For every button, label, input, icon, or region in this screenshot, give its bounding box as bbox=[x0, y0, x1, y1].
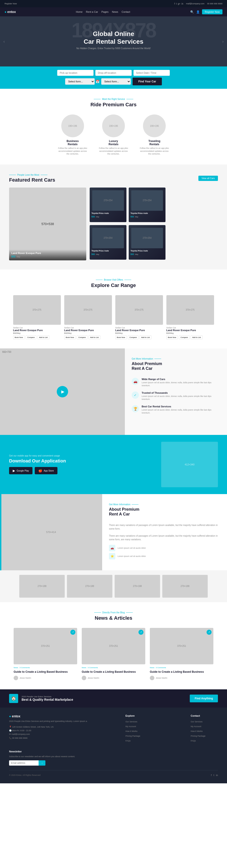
featured-header: People Love the Most Featured Rent Cars … bbox=[9, 174, 218, 183]
featured-card: 270×254 Toyota Prius Auto $32 /day bbox=[129, 188, 165, 222]
range-actions-1: Book Now Compare Add to List bbox=[13, 336, 61, 339]
hero-title: Global OnlineCar Rental Services bbox=[5, 30, 223, 45]
nav-user-icon[interactable]: 👤 bbox=[196, 10, 200, 14]
footer-email-link[interactable]: mail@company.com bbox=[11, 733, 30, 735]
topbar-social: f t g+ in bbox=[174, 2, 183, 5]
thumbnail-2: 270×188 bbox=[67, 575, 112, 598]
footer-linkedin-icon[interactable]: in bbox=[216, 774, 218, 776]
footer: ● entox 2020 People Use Entox Services a… bbox=[0, 708, 227, 783]
compare-button[interactable]: Compare bbox=[179, 336, 190, 339]
news-tags-2: News 3 Comments bbox=[82, 666, 145, 669]
register-button[interactable]: Register Now bbox=[202, 9, 223, 14]
featured-label-line: People Love the Most bbox=[17, 174, 39, 176]
view-all-button[interactable]: View all Cars bbox=[198, 176, 218, 181]
featured-main-car: 570×538 Land Rover Evoque Pure $32 /day bbox=[9, 188, 86, 260]
compare-button[interactable]: Compare bbox=[26, 336, 36, 339]
car-type-select[interactable]: Select form... bbox=[65, 78, 94, 85]
car-price-1: $32/day bbox=[13, 332, 61, 334]
book-now-button[interactable]: Book Now bbox=[166, 336, 178, 339]
book-now-button[interactable]: Book Now bbox=[115, 336, 127, 339]
footer-contact-title: Contact bbox=[191, 714, 218, 717]
featured-card-per-4: /day bbox=[135, 253, 138, 255]
dropoff-input[interactable] bbox=[96, 70, 132, 76]
twitter-icon[interactable]: t bbox=[176, 2, 177, 5]
featured-main-img-label: 570×538 bbox=[42, 222, 54, 226]
nav-pages[interactable]: Pages bbox=[102, 10, 109, 13]
explore-link-3[interactable]: How it Works bbox=[125, 730, 138, 732]
contact-link-4[interactable]: Pricing Package bbox=[191, 735, 205, 737]
contact-link-2[interactable]: My Account bbox=[191, 725, 201, 727]
google-play-button[interactable]: ▶ Google Play bbox=[9, 467, 33, 474]
contact-link-1[interactable]: Our Services bbox=[191, 720, 202, 723]
footer-facebook-icon[interactable]: f bbox=[211, 774, 212, 776]
list-item: Our Services bbox=[125, 719, 153, 723]
nav-search-icon[interactable]: 🔍 bbox=[190, 10, 194, 14]
news-card-3: 370×251 ↗ News 3 Comments Guide to Creat… bbox=[150, 628, 213, 680]
nav-news[interactable]: News bbox=[112, 10, 118, 13]
footer-twitter-icon[interactable]: t bbox=[213, 774, 214, 776]
compare-button[interactable]: Compare bbox=[77, 336, 87, 339]
footer-bottom: © 2020 Entox. All Rights Reserved f t in bbox=[9, 770, 218, 776]
app-store-button[interactable]: 🍎 App Store bbox=[35, 467, 57, 474]
explore-link-4[interactable]: Pricing Package bbox=[125, 735, 140, 737]
footer-newsletter-title: Newsletter bbox=[9, 750, 75, 753]
nav-home[interactable]: Home bbox=[76, 10, 82, 13]
topbar-email: mail@company.com bbox=[186, 2, 204, 5]
featured-label: People Love the Most bbox=[9, 174, 55, 176]
news-img-label-3: 370×251 bbox=[177, 645, 186, 647]
facebook-icon[interactable]: f bbox=[174, 2, 175, 5]
datetime-input[interactable] bbox=[134, 70, 170, 76]
car-type-2: Sedan Car bbox=[64, 327, 112, 329]
add-list-button[interactable]: Add to List bbox=[37, 336, 49, 339]
topbar-register-link[interactable]: Register Now bbox=[5, 2, 17, 5]
select-icon: 📅 bbox=[96, 80, 100, 83]
book-now-button[interactable]: Book Now bbox=[13, 336, 25, 339]
list-item: FAQs bbox=[191, 739, 218, 742]
about2-section: 570×414 Get More Information About Premi… bbox=[0, 494, 227, 570]
range-item: 370×275 Sedan Car Land Rover Evoque Pure… bbox=[64, 295, 112, 339]
about2-title: About PremiumRent A Car bbox=[109, 507, 220, 517]
news-share-icon-3[interactable]: ↗ bbox=[206, 630, 212, 635]
add-list-button[interactable]: Add to List bbox=[88, 336, 100, 339]
author-name-2: Jesse Martin bbox=[88, 677, 99, 679]
premium-title-1: BusinessRentals bbox=[57, 140, 88, 146]
book-now-button[interactable]: Book Now bbox=[64, 336, 76, 339]
news-share-icon-1[interactable]: ↗ bbox=[70, 630, 75, 635]
author-avatar-2 bbox=[82, 676, 86, 680]
car-name-1: Land Rover Evoque Pure bbox=[13, 329, 61, 332]
car-name-3: Land Rover Evoque Pure bbox=[115, 329, 163, 332]
footer-explore-title: Explore bbox=[125, 714, 153, 717]
featured-card: 270×254 Toyota Prius Auto $32 /day bbox=[129, 225, 165, 260]
footer-brand-col: ● entox 2020 People Use Entox Services a… bbox=[9, 714, 88, 743]
range-actions-2: Book Now Compare Add to List bbox=[64, 336, 112, 339]
download-title: Download Our Application bbox=[9, 458, 66, 464]
google-plus-icon[interactable]: g+ bbox=[178, 2, 180, 5]
linkedin-icon[interactable]: in bbox=[182, 2, 183, 5]
featured-card-info-4: Toyota Prius Auto $32 /day bbox=[129, 248, 165, 257]
pickup-input[interactable] bbox=[57, 70, 93, 76]
compare-button[interactable]: Compare bbox=[128, 336, 139, 339]
add-list-button[interactable]: Add to List bbox=[191, 336, 202, 339]
nav-contact[interactable]: Contact bbox=[122, 10, 130, 13]
news-share-icon-2[interactable]: ↗ bbox=[139, 630, 144, 635]
nav-rent-a-car[interactable]: Rent a Car bbox=[86, 10, 98, 13]
contact-link-5[interactable]: FAQs bbox=[191, 740, 196, 742]
news-author-3: Jesse Martin bbox=[150, 676, 213, 680]
add-list-button[interactable]: Add to List bbox=[140, 336, 151, 339]
about2-content: Get More Information About PremiumRent A… bbox=[102, 494, 227, 570]
car-select-2[interactable]: Select form... bbox=[101, 78, 131, 85]
contact-link-3[interactable]: How it Works bbox=[191, 730, 203, 732]
explore-link-2[interactable]: My Account bbox=[125, 725, 136, 727]
find-anything-button[interactable]: Find Anything bbox=[190, 694, 218, 702]
explore-link-1[interactable]: Our Services bbox=[125, 720, 137, 723]
explore-link-5[interactable]: FAQs bbox=[125, 740, 131, 742]
play-button[interactable] bbox=[57, 386, 68, 397]
newsletter-input[interactable] bbox=[9, 761, 39, 766]
find-car-button[interactable]: Find Your Car bbox=[133, 78, 162, 85]
range-actions-3: Book Now Compare Add to List bbox=[115, 336, 163, 339]
news-card-1: 370×251 ↗ News 3 Comments Guide to Creat… bbox=[13, 628, 77, 680]
newsletter-submit-button[interactable]: → bbox=[39, 761, 45, 766]
news-tags-1: News 3 Comments bbox=[13, 666, 77, 669]
premium-label: Meet the Right Service bbox=[9, 98, 218, 100]
about2-desc1: There are many variations of passages of… bbox=[109, 523, 220, 531]
